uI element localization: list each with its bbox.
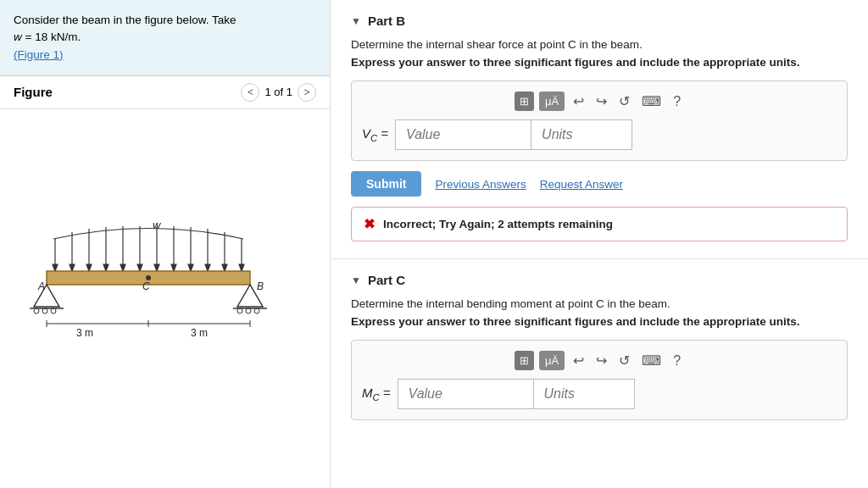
mu-button-b[interactable]: μÄ: [539, 92, 565, 111]
part-c-var-label: MC =: [362, 385, 391, 402]
part-c-collapse-arrow[interactable]: ▼: [351, 274, 361, 286]
part-b-question: Determine the internal shear force at po…: [351, 38, 848, 51]
error-icon-b: ✖: [364, 216, 375, 232]
grid-button-b[interactable]: ⊞: [515, 92, 534, 111]
beam-diagram: w: [30, 214, 301, 383]
part-c-toolbar: ⊞ μÄ ↩ ↪ ↺ ⌨ ?: [362, 351, 837, 370]
help-button-c[interactable]: ?: [670, 352, 684, 370]
prev-answers-link-b[interactable]: Previous Answers: [435, 178, 526, 191]
part-b-section: ▼ Part B Determine the internal shear fo…: [331, 0, 868, 259]
part-b-value-input[interactable]: [395, 119, 531, 150]
part-b-error-box: ✖ Incorrect; Try Again; 2 attempts remai…: [351, 207, 848, 241]
part-b-units-input[interactable]: [531, 119, 632, 150]
undo-button-b[interactable]: ↩: [570, 92, 587, 111]
part-c-title: Part C: [368, 273, 405, 287]
page-indicator: 1 of 1: [264, 86, 292, 98]
svg-marker-13: [53, 264, 58, 271]
keyboard-button-b[interactable]: ⌨: [638, 92, 665, 111]
reset-button-c[interactable]: ↺: [615, 351, 633, 370]
part-c-section: ▼ Part C Determine the internal bending …: [331, 259, 868, 447]
part-c-header: ▼ Part C: [351, 273, 848, 287]
svg-text:3 m: 3 m: [190, 327, 207, 339]
svg-marker-23: [222, 264, 227, 271]
svg-marker-22: [205, 264, 210, 271]
reset-button-b[interactable]: ↺: [615, 92, 633, 111]
left-panel: Consider the beam in the figure below. T…: [0, 0, 331, 488]
part-b-answer-box: ⊞ μÄ ↩ ↪ ↺ ⌨ ? VC =: [351, 80, 848, 161]
part-b-collapse-arrow[interactable]: ▼: [351, 15, 361, 27]
svg-marker-19: [154, 264, 159, 271]
svg-point-33: [42, 308, 47, 313]
figure-label-row: Figure < 1 of 1 >: [0, 76, 330, 109]
svg-text:3 m: 3 m: [75, 327, 92, 339]
part-c-answer-box: ⊞ μÄ ↩ ↪ ↺ ⌨ ? MC =: [351, 340, 848, 420]
redo-button-c[interactable]: ↪: [593, 351, 610, 370]
svg-text:B: B: [257, 280, 264, 292]
redo-button-b[interactable]: ↪: [593, 92, 610, 111]
problem-line2: w = 18 kN/m.: [14, 30, 81, 43]
part-c-question: Determine the internal bending moment at…: [351, 297, 848, 310]
part-b-header: ▼ Part B: [351, 14, 848, 28]
mu-icon-b: μÄ: [545, 95, 559, 108]
svg-marker-17: [120, 264, 125, 271]
grid-button-c[interactable]: ⊞: [515, 351, 534, 370]
svg-point-34: [51, 308, 56, 313]
grid-icon-b: ⊞: [520, 95, 529, 108]
figure-area: w: [0, 109, 330, 488]
svg-marker-24: [239, 264, 244, 271]
part-b-instruction: Express your answer to three significant…: [351, 56, 848, 69]
part-b-input-row: VC =: [362, 119, 837, 150]
keyboard-button-c[interactable]: ⌨: [638, 351, 665, 370]
svg-marker-16: [103, 264, 108, 271]
prev-figure-button[interactable]: <: [241, 83, 259, 102]
part-b-title: Part B: [368, 14, 405, 28]
part-c-units-input[interactable]: [533, 379, 635, 409]
right-panel: ▼ Part B Determine the internal shear fo…: [331, 0, 868, 488]
svg-marker-20: [171, 264, 176, 271]
svg-point-39: [254, 308, 259, 313]
svg-text:C: C: [142, 280, 150, 292]
problem-line3[interactable]: (Figure 1): [14, 48, 64, 61]
mu-icon-c: μÄ: [545, 354, 559, 367]
part-c-instruction: Express your answer to three significant…: [351, 315, 848, 328]
undo-button-c[interactable]: ↩: [570, 351, 587, 370]
submit-button-b[interactable]: Submit: [351, 171, 421, 197]
grid-icon-c: ⊞: [520, 354, 529, 367]
svg-point-38: [246, 308, 251, 313]
problem-line1: Consider the beam in the figure below. T…: [14, 14, 236, 26]
part-b-toolbar: ⊞ μÄ ↩ ↪ ↺ ⌨ ?: [362, 92, 837, 111]
part-b-actions: Submit Previous Answers Request Answer: [351, 171, 848, 197]
error-message-b: Incorrect; Try Again; 2 attempts remaini…: [383, 218, 613, 230]
svg-point-37: [237, 308, 242, 313]
problem-statement: Consider the beam in the figure below. T…: [0, 0, 330, 76]
next-figure-button[interactable]: >: [298, 83, 316, 102]
svg-point-29: [146, 275, 151, 280]
part-b-var-label: VC =: [362, 126, 388, 143]
figure-nav: < 1 of 1 >: [241, 83, 316, 102]
part-c-input-row: MC =: [362, 379, 837, 409]
mu-button-c[interactable]: μÄ: [539, 351, 565, 370]
figure-label-text: Figure: [14, 85, 53, 99]
part-c-value-input[interactable]: [398, 379, 533, 409]
help-button-b[interactable]: ?: [670, 92, 684, 111]
svg-marker-18: [137, 264, 142, 271]
svg-point-32: [34, 308, 39, 313]
svg-marker-14: [70, 264, 75, 271]
svg-marker-21: [188, 264, 193, 271]
svg-marker-15: [86, 264, 92, 271]
request-answer-link-b[interactable]: Request Answer: [540, 178, 623, 191]
